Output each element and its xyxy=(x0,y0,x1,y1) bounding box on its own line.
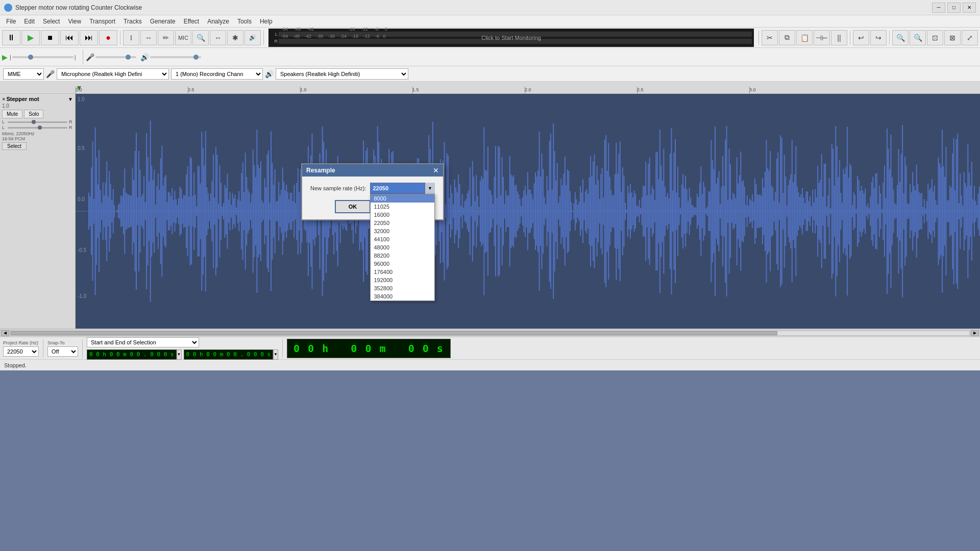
scroll-left-button[interactable]: ◀ xyxy=(1,330,9,336)
svg-text:-1.0: -1.0 xyxy=(78,293,87,299)
multi-tool[interactable]: ✱ xyxy=(227,30,243,45)
scroll-track[interactable] xyxy=(10,331,970,336)
speaker-device-select[interactable]: Speakers (Realtek High Definiti) xyxy=(276,68,408,80)
time-shift-tool[interactable]: ↔ xyxy=(210,30,226,45)
silence-button[interactable]: || xyxy=(831,30,847,45)
cursor-tool[interactable]: I xyxy=(123,30,139,45)
time-1-dropdown-btn[interactable]: ▼ xyxy=(177,349,182,360)
pan-thumb[interactable] xyxy=(38,126,42,130)
option-48000[interactable]: 48000 xyxy=(371,243,434,252)
speed-slider-track[interactable] xyxy=(12,56,74,58)
paste-button[interactable]: 📋 xyxy=(796,30,813,45)
svg-rect-410 xyxy=(605,135,606,287)
project-rate-select[interactable]: 22050 44100 48000 xyxy=(3,346,39,357)
track-dropdown-btn[interactable]: ▼ xyxy=(68,96,73,102)
sample-rate-dropdown-arrow[interactable]: ▼ xyxy=(425,183,435,194)
menu-file[interactable]: File xyxy=(2,15,20,27)
zoom-in-button[interactable]: 🔍 xyxy=(892,30,909,45)
option-176400[interactable]: 176400 xyxy=(371,268,434,276)
mute-button[interactable]: Mute xyxy=(2,110,22,118)
option-192000[interactable]: 192000 xyxy=(371,276,434,284)
svg-rect-670 xyxy=(939,163,940,259)
mic-volume-thumb[interactable] xyxy=(126,55,131,60)
stop-button[interactable]: ■ xyxy=(41,30,59,45)
pan-l-label: L xyxy=(2,125,6,130)
envelope-tool[interactable]: ↔ xyxy=(140,30,157,45)
svg-rect-556 xyxy=(793,182,794,240)
svg-rect-478 xyxy=(693,206,694,217)
skip-back-button[interactable]: ⏮ xyxy=(60,30,79,45)
play-at-speed-btn[interactable]: ▶ xyxy=(2,53,8,61)
zoom-fit-button[interactable]: ⊠ xyxy=(944,30,961,45)
minimize-button[interactable]: ─ xyxy=(932,3,945,13)
speaker-volume-track[interactable] xyxy=(150,56,201,58)
menu-effect[interactable]: Effect xyxy=(180,15,203,27)
close-button[interactable]: ✕ xyxy=(963,3,976,13)
zoom-tool[interactable]: 🔍 xyxy=(192,30,209,45)
option-96000[interactable]: 96000 xyxy=(371,260,434,268)
svg-rect-614 xyxy=(867,204,868,219)
time-2-dropdown-btn[interactable]: ▼ xyxy=(273,349,278,360)
meter-area[interactable]: L -54 -48 -42 -18 -12 -6 0 R -54 -48 -42… xyxy=(268,29,754,47)
selection-mode-select[interactable]: Start and End of Selection Start and Len… xyxy=(87,337,199,347)
select-track-button[interactable]: Select xyxy=(2,142,27,150)
speed-slider-thumb[interactable] xyxy=(28,55,33,60)
svg-rect-504 xyxy=(726,126,727,296)
mic-input-btn[interactable]: MIC xyxy=(175,30,191,45)
solo-button[interactable]: Solo xyxy=(24,110,43,118)
zoom-out-button[interactable]: 🔍 xyxy=(910,30,926,45)
scroll-thumb[interactable] xyxy=(11,331,777,335)
time-input-2[interactable]: 0 0 h 0 0 m 0 0 . 0 0 0 s xyxy=(184,349,274,360)
speaker-volume-thumb[interactable] xyxy=(193,55,199,60)
volume-thumb[interactable] xyxy=(32,120,36,124)
mic-volume-track[interactable] xyxy=(95,56,136,58)
option-384000[interactable]: 384000 xyxy=(371,292,434,300)
undo-button[interactable]: ↩ xyxy=(853,30,869,45)
record-button[interactable]: ● xyxy=(99,30,117,45)
option-352800[interactable]: 352800 xyxy=(371,284,434,292)
speaker-btn[interactable]: 🔊 xyxy=(244,30,261,45)
skip-fwd-button[interactable]: ⏭ xyxy=(80,30,98,45)
scroll-right-button[interactable]: ▶ xyxy=(971,330,979,336)
dialog-close-button[interactable]: ✕ xyxy=(433,167,439,174)
mic-device-select[interactable]: Microphone (Realtek High Defini xyxy=(57,68,169,80)
menu-tracks[interactable]: Tracks xyxy=(119,15,146,27)
maximize-button[interactable]: □ xyxy=(947,3,961,13)
option-88200[interactable]: 88200 xyxy=(371,252,434,260)
cut-button[interactable]: ✂ xyxy=(762,30,778,45)
menu-help[interactable]: Help xyxy=(256,15,277,27)
menu-view[interactable]: View xyxy=(64,15,85,27)
svg-rect-554 xyxy=(790,174,791,248)
play-button[interactable]: ▶ xyxy=(21,30,40,45)
volume-slider[interactable] xyxy=(8,121,67,123)
option-8000[interactable]: 8000 xyxy=(371,194,434,203)
option-22050[interactable]: 22050 xyxy=(371,219,434,227)
zoom-full-button[interactable]: ⤢ xyxy=(962,30,978,45)
option-44100[interactable]: 44100 xyxy=(371,235,434,243)
option-11025[interactable]: 11025 xyxy=(371,203,434,211)
svg-rect-157 xyxy=(281,190,282,233)
menu-generate[interactable]: Generate xyxy=(146,15,180,27)
pause-button[interactable]: ⏸ xyxy=(2,30,20,45)
snap-to-select[interactable]: Off On xyxy=(47,346,78,357)
pan-slider[interactable] xyxy=(8,127,67,129)
option-16000[interactable]: 16000 xyxy=(371,211,434,219)
menu-edit[interactable]: Edit xyxy=(20,15,39,27)
ok-button[interactable]: OK xyxy=(335,200,371,213)
click-to-monitor-text[interactable]: Click to Start Monitoring xyxy=(481,35,541,41)
trim-button[interactable]: ⊣⊢ xyxy=(814,30,830,45)
waveform-area[interactable]: 1.0 0.5 0.0 -0.5 -1.0 xyxy=(76,94,980,329)
zoom-selection-button[interactable]: ⊡ xyxy=(927,30,943,45)
menu-analyze[interactable]: Analyze xyxy=(203,15,233,27)
pencil-tool[interactable]: ✏ xyxy=(158,30,174,45)
channel-select[interactable]: 1 (Mono) Recording Chann xyxy=(171,68,263,80)
menu-tools[interactable]: Tools xyxy=(233,15,256,27)
copy-button[interactable]: ⧉ xyxy=(779,30,795,45)
time-input-1[interactable]: 0 0 h 0 0 m 0 0 . 0 0 0 s xyxy=(87,349,177,360)
redo-button[interactable]: ↪ xyxy=(870,30,887,45)
track-close-button[interactable]: × xyxy=(2,96,5,102)
option-32000[interactable]: 32000 xyxy=(371,227,434,235)
menu-select[interactable]: Select xyxy=(39,15,64,27)
menu-transport[interactable]: Transport xyxy=(85,15,119,27)
host-select[interactable]: MME xyxy=(3,68,44,80)
